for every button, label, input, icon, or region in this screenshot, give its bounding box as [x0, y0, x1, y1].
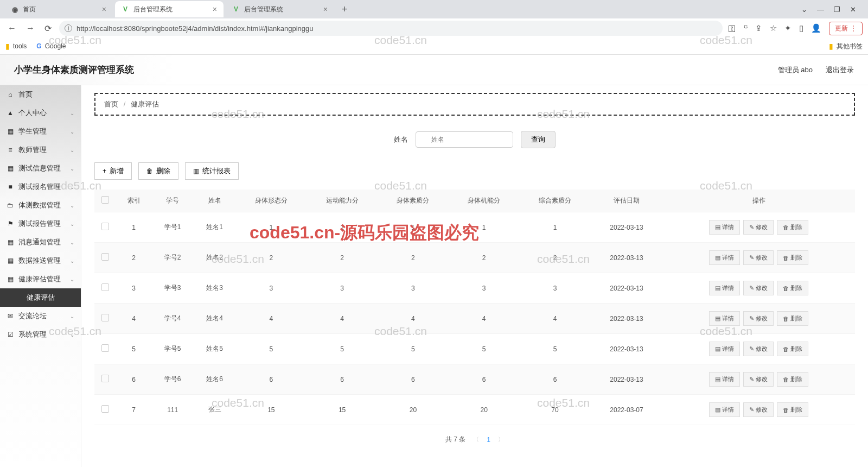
detail-button[interactable]: ▤详情 — [709, 342, 740, 356]
cell-sid: 学号2 — [151, 243, 194, 273]
browser-chrome: ◉ 首页 × V 后台管理系统 × V 后台管理系统 × + ⌄ — ❐ ✕ ←… — [0, 0, 868, 55]
sidebar-item[interactable]: ▦测试信息管理⌄ — [0, 159, 81, 178]
cell-sid: 学号3 — [151, 273, 194, 304]
key-icon[interactable]: ⚿ — [728, 24, 736, 33]
sidebar-label: 消息通知管理 — [18, 237, 61, 247]
edit-button[interactable]: ✎修改 — [743, 220, 774, 235]
extensions-icon[interactable]: ✦ — [784, 23, 792, 33]
cell-name: 姓名2 — [194, 243, 236, 273]
cell-c3: 6 — [378, 364, 449, 395]
browser-tab[interactable]: ◉ 首页 × — [4, 1, 113, 17]
sidebar-icon: ■ — [7, 183, 14, 191]
row-delete-button[interactable]: 🗑删除 — [777, 372, 808, 387]
search-button[interactable]: 查询 — [521, 131, 556, 148]
tab-label: 首页 — [23, 5, 36, 14]
sidebar-item[interactable]: ≡教师管理⌄ — [0, 141, 81, 159]
checkbox[interactable] — [101, 405, 109, 413]
close-icon[interactable]: × — [102, 5, 106, 14]
sidepanel-icon[interactable]: ▯ — [799, 23, 803, 33]
row-delete-button[interactable]: 🗑删除 — [777, 342, 808, 356]
close-icon[interactable]: × — [323, 5, 328, 14]
sidebar-item[interactable]: ▦消息通知管理⌄ — [0, 233, 81, 251]
bookmark-other[interactable]: ▮ 其他书签 — [829, 42, 863, 51]
cell-idx: 7 — [116, 395, 151, 425]
edit-button[interactable]: ✎修改 — [743, 372, 774, 387]
page-number[interactable]: 1 — [487, 436, 490, 444]
new-tab-button[interactable]: + — [336, 4, 353, 15]
detail-button[interactable]: ▤详情 — [709, 402, 740, 417]
logout-button[interactable]: 退出登录 — [826, 65, 854, 75]
sidebar-item[interactable]: ⚑测试报告管理⌄ — [0, 214, 81, 233]
edit-button[interactable]: ✎修改 — [743, 281, 774, 295]
next-page-icon[interactable]: 〉 — [498, 436, 504, 444]
sidebar-item[interactable]: ▦健康评估管理⌄ — [0, 270, 81, 288]
sidebar-item[interactable]: ▦数据推送管理⌄ — [0, 251, 81, 270]
row-delete-button[interactable]: 🗑删除 — [777, 220, 808, 235]
checkbox[interactable] — [101, 223, 109, 230]
detail-button[interactable]: ▤详情 — [709, 250, 740, 265]
trash-icon: 🗑 — [783, 346, 789, 352]
bookmark-icon[interactable]: ☆ — [770, 23, 777, 33]
checkbox[interactable] — [101, 375, 109, 382]
edit-button[interactable]: ✎修改 — [743, 342, 774, 356]
edit-button[interactable]: ✎修改 — [743, 311, 774, 326]
sidebar-item[interactable]: ■测试报名管理⌄ — [0, 178, 81, 196]
close-icon[interactable]: × — [213, 5, 217, 14]
forward-icon[interactable]: → — [24, 23, 37, 33]
sidebar-item[interactable]: ▲个人中心⌄ — [0, 104, 81, 122]
back-icon[interactable]: ← — [5, 23, 18, 33]
checkbox[interactable] — [101, 196, 109, 204]
row-delete-button[interactable]: 🗑删除 — [777, 281, 808, 295]
sidebar-item[interactable]: ▦学生管理⌄ — [0, 122, 81, 141]
cell-c1: 3 — [235, 273, 307, 304]
edit-button[interactable]: ✎修改 — [743, 402, 774, 417]
cell-c4: 2 — [449, 243, 520, 273]
bookmark-tools[interactable]: ▮ tools — [5, 42, 27, 51]
url-input[interactable]: i http://localhost:8080/springboote52j4/… — [59, 21, 723, 36]
profile-icon[interactable]: 👤 — [811, 23, 821, 33]
share-icon[interactable]: ⇪ — [755, 23, 762, 33]
row-delete-button[interactable]: 🗑删除 — [777, 402, 808, 417]
sidebar-item[interactable]: ☑系统管理⌄ — [0, 325, 81, 344]
edit-button[interactable]: ✎修改 — [743, 250, 774, 265]
breadcrumb-home[interactable]: 首页 — [104, 100, 118, 108]
chevron-down-icon[interactable]: ⌄ — [801, 5, 807, 14]
sidebar-item[interactable]: 🗀体测数据管理⌄ — [0, 196, 81, 214]
chevron-down-icon: ⌄ — [70, 313, 74, 319]
trash-icon: 🗑 — [783, 315, 789, 322]
sidebar-item[interactable]: ⌂首页 — [0, 85, 81, 104]
translate-icon[interactable]: ᴳ — [744, 23, 748, 33]
cell-c1: 4 — [235, 304, 307, 334]
cell-c1: 15 — [235, 395, 307, 425]
checkbox[interactable] — [101, 283, 109, 291]
site-info-icon[interactable]: i — [65, 24, 72, 32]
close-window-icon[interactable]: ✕ — [850, 5, 856, 14]
prev-page-icon[interactable]: 〈 — [473, 436, 479, 444]
detail-button[interactable]: ▤详情 — [709, 311, 740, 326]
cell-c2: 6 — [307, 364, 378, 395]
checkbox[interactable] — [101, 253, 109, 261]
sidebar-icon: ▦ — [7, 275, 14, 283]
sidebar-icon: ▦ — [7, 257, 14, 264]
report-button[interactable]: ▥统计报表 — [185, 162, 239, 180]
browser-tab[interactable]: V 后台管理系统 × — [115, 1, 224, 17]
row-delete-button[interactable]: 🗑删除 — [777, 311, 808, 326]
detail-button[interactable]: ▤详情 — [709, 372, 740, 387]
delete-button[interactable]: 🗑删除 — [138, 162, 178, 180]
checkbox[interactable] — [101, 314, 109, 321]
search-input[interactable] — [416, 131, 513, 148]
bookmark-google[interactable]: G Google — [36, 42, 66, 50]
row-delete-button[interactable]: 🗑删除 — [777, 250, 808, 265]
detail-button[interactable]: ▤详情 — [709, 281, 740, 295]
sidebar-item[interactable]: ✉交流论坛⌄ — [0, 307, 81, 325]
minimize-icon[interactable]: — — [817, 5, 824, 14]
update-button[interactable]: 更新 ⋮ — [829, 22, 863, 35]
reload-icon[interactable]: ⟳ — [42, 23, 54, 34]
maximize-icon[interactable]: ❐ — [834, 5, 840, 14]
checkbox[interactable] — [101, 344, 109, 352]
sidebar-label: 测试报名管理 — [18, 182, 61, 192]
browser-tab[interactable]: V 后台管理系统 × — [226, 1, 334, 17]
add-button[interactable]: +新增 — [94, 162, 132, 180]
sidebar-item-active[interactable]: 健康评估 — [0, 288, 81, 307]
detail-button[interactable]: ▤详情 — [709, 220, 740, 235]
